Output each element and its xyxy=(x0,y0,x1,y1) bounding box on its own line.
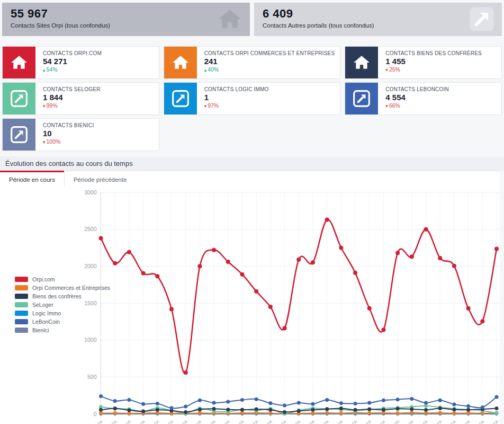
svg-text:2A: 2A xyxy=(309,419,316,424)
stat-card-title: CONTACTS ORPI COMMERCES ET ENTREPRISES xyxy=(204,50,335,56)
legend-swatch xyxy=(15,277,28,282)
stat-card: CONTACTS LEBONCOIN4 554▾66% xyxy=(345,82,502,115)
legend-item[interactable]: SeLoger xyxy=(15,301,110,309)
stat-card-grid: CONTACTS ORPI.COM54 271▴54%CONTACTS ORPI… xyxy=(2,46,502,151)
svg-text:2A: 2A xyxy=(224,419,231,424)
svg-text:2A: 2A xyxy=(450,419,457,424)
stat-card-title: CONTACTS LOGIC IMMO xyxy=(204,86,269,92)
delta-value: 66% xyxy=(389,102,400,109)
stat-card-title: CONTACTS BIENICI xyxy=(43,122,94,128)
svg-text:2A: 2A xyxy=(210,419,217,424)
stat-card: CONTACTS ORPI.COM54 271▴54% xyxy=(2,46,159,79)
legend-item[interactable]: Biens des confrères xyxy=(15,292,110,301)
svg-text:2A: 2A xyxy=(97,419,104,424)
period-tabs: Période en cours Période précédente xyxy=(0,171,500,187)
home-icon xyxy=(217,6,242,32)
legend-label: BienIci xyxy=(32,327,49,333)
svg-text:2A: 2A xyxy=(238,419,246,424)
home-icon xyxy=(345,47,378,78)
stat-card-title: CONTACTS LEBONCOIN xyxy=(385,86,449,92)
stat-card-value: 1 xyxy=(204,93,269,102)
delta-arrow-icon: ▾ xyxy=(43,103,46,109)
chart-legend: Orpi.comOrpi Commerces et EntreprisesBie… xyxy=(15,275,110,334)
summary-value: 55 967 xyxy=(11,7,241,21)
external-arrow-icon xyxy=(164,83,197,114)
stat-card-body: CONTACTS BIENICI10▾100% xyxy=(35,119,99,151)
legend-item[interactable]: Orpi Commerces et Entreprises xyxy=(15,284,110,292)
stat-card-value: 4 554 xyxy=(385,93,449,102)
legend-item[interactable]: LeBonCoin xyxy=(15,317,110,326)
stat-card: CONTACTS ORPI COMMERCES ET ENTREPRISES24… xyxy=(164,46,341,79)
stat-card-title: CONTACTS SELOGER xyxy=(43,86,101,92)
svg-text:2A: 2A xyxy=(323,419,330,424)
svg-text:2A: 2A xyxy=(422,419,429,424)
svg-text:2A: 2A xyxy=(139,419,147,424)
legend-swatch xyxy=(15,285,28,290)
svg-text:2A: 2A xyxy=(294,419,302,424)
stat-card-delta: ▾100% xyxy=(43,138,94,145)
delta-arrow-icon: ▾ xyxy=(385,67,388,73)
external-arrow-icon xyxy=(3,119,35,151)
stat-card-value: 54 271 xyxy=(43,57,102,66)
external-arrow-icon xyxy=(469,6,494,32)
tab-periode-precedente[interactable]: Période précédente xyxy=(65,171,136,188)
legend-label: Orpi Commerces et Entreprises xyxy=(32,285,110,291)
summary-card-other-portals: 6 409 Contacts Autres portails (tous con… xyxy=(254,3,502,36)
summary-label: Contacts Autres portails (tous confondus… xyxy=(263,22,493,29)
svg-text:0: 0 xyxy=(94,411,97,417)
external-arrow-icon xyxy=(3,83,35,114)
svg-text:2000: 2000 xyxy=(84,263,97,269)
stat-card-title: CONTACTS BIENS DES CONFRÈRES xyxy=(385,50,482,56)
stat-card-value: 1 455 xyxy=(385,57,482,66)
svg-text:2500: 2500 xyxy=(84,226,97,232)
legend-swatch xyxy=(15,294,28,299)
delta-value: 97% xyxy=(208,102,219,109)
legend-item[interactable]: Logic Immo xyxy=(15,309,110,317)
stat-card: CONTACTS BIENS DES CONFRÈRES1 455▾25% xyxy=(345,46,502,79)
stat-card-value: 241 xyxy=(204,57,335,66)
home-icon xyxy=(164,47,197,78)
tab-label: Période précédente xyxy=(74,176,127,183)
svg-text:2A: 2A xyxy=(436,419,443,424)
svg-text:1000: 1000 xyxy=(84,337,97,343)
legend-swatch xyxy=(15,311,28,316)
delta-value: 40% xyxy=(208,66,219,73)
stat-card-body: CONTACTS LEBONCOIN4 554▾66% xyxy=(378,83,454,114)
svg-text:2A: 2A xyxy=(167,419,175,424)
stat-card-title: CONTACTS ORPI.COM xyxy=(43,50,102,56)
svg-text:2A: 2A xyxy=(380,419,387,424)
stat-card-delta: ▾99% xyxy=(43,102,101,109)
stat-card-body: CONTACTS ORPI COMMERCES ET ENTREPRISES24… xyxy=(197,47,340,78)
summary-label: Contacts Sites Orpi (tous confondus) xyxy=(11,22,241,29)
delta-arrow-icon: ▾ xyxy=(43,139,46,145)
legend-label: Biens des confrères xyxy=(32,293,82,299)
svg-text:2A: 2A xyxy=(195,419,203,424)
delta-value: 99% xyxy=(47,102,58,109)
legend-label: LeBonCoin xyxy=(32,319,60,325)
summary-row: 55 967 Contacts Sites Orpi (tous confond… xyxy=(2,3,502,36)
svg-text:500: 500 xyxy=(87,374,97,380)
legend-label: SeLoger xyxy=(32,302,53,308)
legend-label: Logic Immo xyxy=(32,310,61,316)
svg-text:2A: 2A xyxy=(408,419,415,424)
stat-card-value: 1 844 xyxy=(43,93,101,102)
legend-item[interactable]: BienIci xyxy=(15,326,110,334)
svg-text:3000: 3000 xyxy=(84,189,97,196)
stat-card: CONTACTS BIENICI10▾100% xyxy=(2,118,159,151)
delta-value: 25% xyxy=(389,66,400,73)
legend-item[interactable]: Orpi.com xyxy=(15,275,110,284)
home-icon xyxy=(3,47,35,78)
section-title: Évolution des contacts au cours du temps xyxy=(5,160,133,167)
svg-text:2A: 2A xyxy=(351,419,358,424)
svg-text:2A: 2A xyxy=(365,419,373,424)
dashboard-page: 55 967 Contacts Sites Orpi (tous confond… xyxy=(0,0,504,424)
tab-periode-en-cours[interactable]: Période en cours xyxy=(0,171,65,188)
stat-card-delta: ▾97% xyxy=(204,102,269,109)
legend-swatch xyxy=(15,328,28,333)
legend-swatch xyxy=(15,319,28,324)
delta-arrow-icon: ▾ xyxy=(385,103,388,109)
legend-swatch xyxy=(15,302,28,307)
delta-value: 54% xyxy=(47,66,58,73)
legend-label: Orpi.com xyxy=(32,276,55,282)
stat-card-delta: ▾66% xyxy=(385,102,449,109)
